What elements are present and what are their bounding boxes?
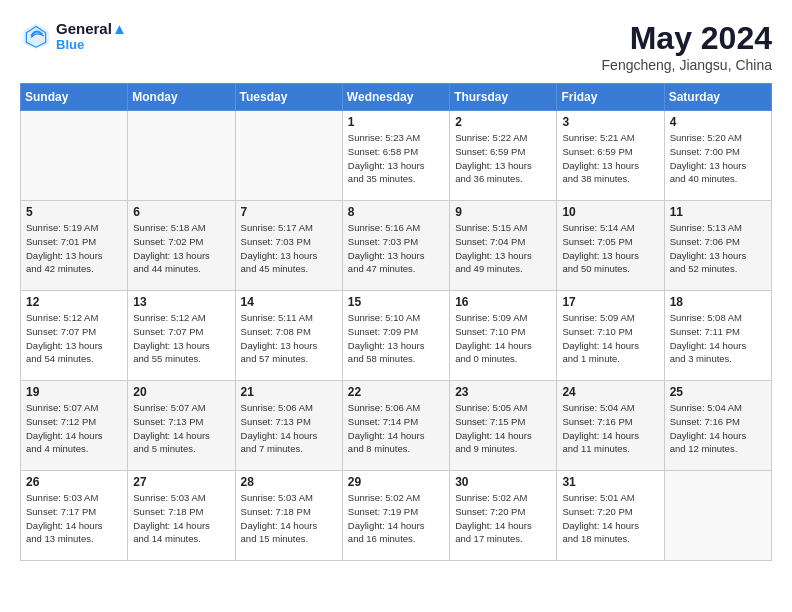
calendar-cell: 11Sunrise: 5:13 AM Sunset: 7:06 PM Dayli… — [664, 201, 771, 291]
day-info: Sunrise: 5:02 AM Sunset: 7:20 PM Dayligh… — [455, 491, 551, 546]
calendar-cell: 8Sunrise: 5:16 AM Sunset: 7:03 PM Daylig… — [342, 201, 449, 291]
day-header-friday: Friday — [557, 84, 664, 111]
day-info: Sunrise: 5:01 AM Sunset: 7:20 PM Dayligh… — [562, 491, 658, 546]
calendar-cell: 23Sunrise: 5:05 AM Sunset: 7:15 PM Dayli… — [450, 381, 557, 471]
day-number: 23 — [455, 385, 551, 399]
day-number: 28 — [241, 475, 337, 489]
day-number: 9 — [455, 205, 551, 219]
week-row-3: 12Sunrise: 5:12 AM Sunset: 7:07 PM Dayli… — [21, 291, 772, 381]
day-number: 11 — [670, 205, 766, 219]
calendar-cell: 1Sunrise: 5:23 AM Sunset: 6:58 PM Daylig… — [342, 111, 449, 201]
day-number: 20 — [133, 385, 229, 399]
day-info: Sunrise: 5:12 AM Sunset: 7:07 PM Dayligh… — [26, 311, 122, 366]
day-number: 22 — [348, 385, 444, 399]
day-info: Sunrise: 5:11 AM Sunset: 7:08 PM Dayligh… — [241, 311, 337, 366]
calendar-cell: 14Sunrise: 5:11 AM Sunset: 7:08 PM Dayli… — [235, 291, 342, 381]
day-info: Sunrise: 5:18 AM Sunset: 7:02 PM Dayligh… — [133, 221, 229, 276]
calendar-cell: 10Sunrise: 5:14 AM Sunset: 7:05 PM Dayli… — [557, 201, 664, 291]
day-info: Sunrise: 5:04 AM Sunset: 7:16 PM Dayligh… — [562, 401, 658, 456]
calendar-cell: 27Sunrise: 5:03 AM Sunset: 7:18 PM Dayli… — [128, 471, 235, 561]
week-row-1: 1Sunrise: 5:23 AM Sunset: 6:58 PM Daylig… — [21, 111, 772, 201]
week-row-4: 19Sunrise: 5:07 AM Sunset: 7:12 PM Dayli… — [21, 381, 772, 471]
day-number: 30 — [455, 475, 551, 489]
calendar-cell: 20Sunrise: 5:07 AM Sunset: 7:13 PM Dayli… — [128, 381, 235, 471]
day-header-wednesday: Wednesday — [342, 84, 449, 111]
calendar-cell — [664, 471, 771, 561]
day-info: Sunrise: 5:22 AM Sunset: 6:59 PM Dayligh… — [455, 131, 551, 186]
day-info: Sunrise: 5:10 AM Sunset: 7:09 PM Dayligh… — [348, 311, 444, 366]
day-info: Sunrise: 5:05 AM Sunset: 7:15 PM Dayligh… — [455, 401, 551, 456]
day-number: 5 — [26, 205, 122, 219]
calendar-cell: 17Sunrise: 5:09 AM Sunset: 7:10 PM Dayli… — [557, 291, 664, 381]
page-header: General▲ Blue May 2024 Fengcheng, Jiangs… — [20, 20, 772, 73]
day-number: 8 — [348, 205, 444, 219]
day-info: Sunrise: 5:15 AM Sunset: 7:04 PM Dayligh… — [455, 221, 551, 276]
week-row-5: 26Sunrise: 5:03 AM Sunset: 7:17 PM Dayli… — [21, 471, 772, 561]
day-info: Sunrise: 5:13 AM Sunset: 7:06 PM Dayligh… — [670, 221, 766, 276]
day-number: 10 — [562, 205, 658, 219]
day-info: Sunrise: 5:06 AM Sunset: 7:14 PM Dayligh… — [348, 401, 444, 456]
day-info: Sunrise: 5:17 AM Sunset: 7:03 PM Dayligh… — [241, 221, 337, 276]
calendar-cell: 29Sunrise: 5:02 AM Sunset: 7:19 PM Dayli… — [342, 471, 449, 561]
calendar-cell: 18Sunrise: 5:08 AM Sunset: 7:11 PM Dayli… — [664, 291, 771, 381]
calendar-cell — [128, 111, 235, 201]
day-number: 2 — [455, 115, 551, 129]
calendar-cell: 3Sunrise: 5:21 AM Sunset: 6:59 PM Daylig… — [557, 111, 664, 201]
calendar-cell: 28Sunrise: 5:03 AM Sunset: 7:18 PM Dayli… — [235, 471, 342, 561]
calendar-cell: 12Sunrise: 5:12 AM Sunset: 7:07 PM Dayli… — [21, 291, 128, 381]
calendar-cell: 24Sunrise: 5:04 AM Sunset: 7:16 PM Dayli… — [557, 381, 664, 471]
day-header-monday: Monday — [128, 84, 235, 111]
day-header-saturday: Saturday — [664, 84, 771, 111]
calendar-cell: 19Sunrise: 5:07 AM Sunset: 7:12 PM Dayli… — [21, 381, 128, 471]
day-number: 24 — [562, 385, 658, 399]
day-number: 18 — [670, 295, 766, 309]
day-info: Sunrise: 5:16 AM Sunset: 7:03 PM Dayligh… — [348, 221, 444, 276]
day-info: Sunrise: 5:08 AM Sunset: 7:11 PM Dayligh… — [670, 311, 766, 366]
day-header-thursday: Thursday — [450, 84, 557, 111]
day-info: Sunrise: 5:03 AM Sunset: 7:18 PM Dayligh… — [241, 491, 337, 546]
calendar-cell: 6Sunrise: 5:18 AM Sunset: 7:02 PM Daylig… — [128, 201, 235, 291]
day-number: 31 — [562, 475, 658, 489]
calendar-cell — [21, 111, 128, 201]
day-info: Sunrise: 5:09 AM Sunset: 7:10 PM Dayligh… — [562, 311, 658, 366]
day-info: Sunrise: 5:07 AM Sunset: 7:12 PM Dayligh… — [26, 401, 122, 456]
day-info: Sunrise: 5:19 AM Sunset: 7:01 PM Dayligh… — [26, 221, 122, 276]
calendar-cell: 31Sunrise: 5:01 AM Sunset: 7:20 PM Dayli… — [557, 471, 664, 561]
week-row-2: 5Sunrise: 5:19 AM Sunset: 7:01 PM Daylig… — [21, 201, 772, 291]
day-number: 19 — [26, 385, 122, 399]
day-info: Sunrise: 5:09 AM Sunset: 7:10 PM Dayligh… — [455, 311, 551, 366]
calendar-cell: 21Sunrise: 5:06 AM Sunset: 7:13 PM Dayli… — [235, 381, 342, 471]
day-number: 25 — [670, 385, 766, 399]
day-info: Sunrise: 5:12 AM Sunset: 7:07 PM Dayligh… — [133, 311, 229, 366]
logo-text: General▲ Blue — [56, 20, 127, 52]
day-number: 6 — [133, 205, 229, 219]
day-info: Sunrise: 5:04 AM Sunset: 7:16 PM Dayligh… — [670, 401, 766, 456]
calendar-cell: 26Sunrise: 5:03 AM Sunset: 7:17 PM Dayli… — [21, 471, 128, 561]
day-number: 16 — [455, 295, 551, 309]
day-info: Sunrise: 5:06 AM Sunset: 7:13 PM Dayligh… — [241, 401, 337, 456]
day-info: Sunrise: 5:03 AM Sunset: 7:18 PM Dayligh… — [133, 491, 229, 546]
day-number: 14 — [241, 295, 337, 309]
day-info: Sunrise: 5:20 AM Sunset: 7:00 PM Dayligh… — [670, 131, 766, 186]
day-header-tuesday: Tuesday — [235, 84, 342, 111]
calendar-cell: 5Sunrise: 5:19 AM Sunset: 7:01 PM Daylig… — [21, 201, 128, 291]
day-number: 27 — [133, 475, 229, 489]
calendar-table: SundayMondayTuesdayWednesdayThursdayFrid… — [20, 83, 772, 561]
logo-icon — [20, 20, 52, 52]
calendar-cell: 9Sunrise: 5:15 AM Sunset: 7:04 PM Daylig… — [450, 201, 557, 291]
calendar-cell: 16Sunrise: 5:09 AM Sunset: 7:10 PM Dayli… — [450, 291, 557, 381]
calendar-cell: 25Sunrise: 5:04 AM Sunset: 7:16 PM Dayli… — [664, 381, 771, 471]
calendar-cell: 2Sunrise: 5:22 AM Sunset: 6:59 PM Daylig… — [450, 111, 557, 201]
calendar-cell: 15Sunrise: 5:10 AM Sunset: 7:09 PM Dayli… — [342, 291, 449, 381]
calendar-cell: 4Sunrise: 5:20 AM Sunset: 7:00 PM Daylig… — [664, 111, 771, 201]
logo: General▲ Blue — [20, 20, 127, 52]
day-number: 29 — [348, 475, 444, 489]
day-info: Sunrise: 5:21 AM Sunset: 6:59 PM Dayligh… — [562, 131, 658, 186]
day-info: Sunrise: 5:14 AM Sunset: 7:05 PM Dayligh… — [562, 221, 658, 276]
calendar-cell — [235, 111, 342, 201]
title-area: May 2024 Fengcheng, Jiangsu, China — [602, 20, 772, 73]
days-header-row: SundayMondayTuesdayWednesdayThursdayFrid… — [21, 84, 772, 111]
day-number: 3 — [562, 115, 658, 129]
location: Fengcheng, Jiangsu, China — [602, 57, 772, 73]
day-number: 15 — [348, 295, 444, 309]
